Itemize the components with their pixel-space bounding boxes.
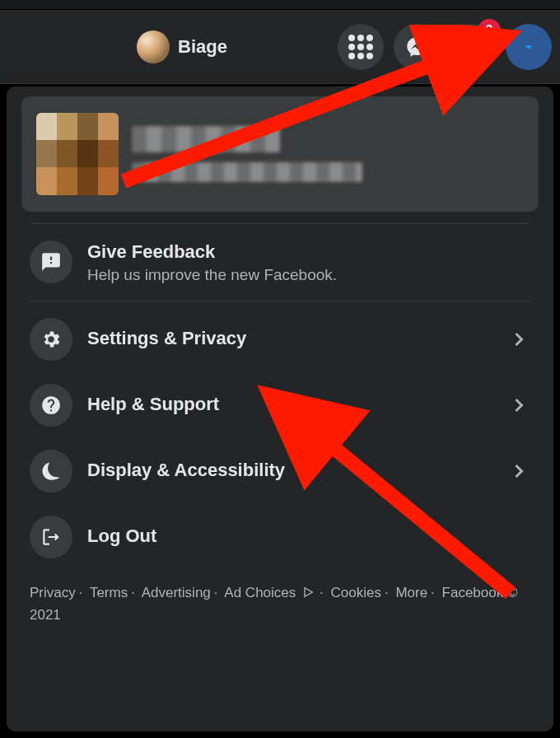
profile-info-redacted <box>132 126 524 182</box>
chevron-right-icon <box>507 460 530 483</box>
settings-label: Settings & Privacy <box>87 327 492 351</box>
footer-terms[interactable]: Terms <box>90 585 128 600</box>
moon-icon <box>30 450 72 493</box>
footer-more[interactable]: More <box>395 585 427 600</box>
profile-pill[interactable]: Biage <box>132 26 237 68</box>
window-chrome <box>0 0 560 10</box>
account-dropdown-button[interactable] <box>506 24 552 70</box>
messenger-icon <box>405 35 428 58</box>
question-icon <box>30 384 72 427</box>
feedback-subtitle: Help us improve the new Facebook. <box>87 266 530 284</box>
profile-name: Biage <box>178 36 227 58</box>
help-label: Help & Support <box>87 393 492 417</box>
settings-privacy-item[interactable]: Settings & Privacy <box>7 306 553 372</box>
avatar-large <box>36 113 119 195</box>
display-label: Display & Accessibility <box>87 459 492 483</box>
feedback-title: Give Feedback <box>87 241 530 264</box>
feedback-icon <box>30 241 72 283</box>
chevron-right-icon <box>507 394 530 417</box>
divider <box>30 223 530 224</box>
notifications-badge: 3 <box>478 19 501 42</box>
messenger-button[interactable] <box>394 24 440 70</box>
footer-cookies[interactable]: Cookies <box>330 585 380 600</box>
help-support-item[interactable]: Help & Support <box>7 372 553 438</box>
feedback-text: Give Feedback Help us improve the new Fa… <box>87 241 530 284</box>
footer-advertising[interactable]: Advertising <box>142 585 211 600</box>
menu-grid-button[interactable] <box>338 24 384 70</box>
ad-choices-icon <box>301 586 315 599</box>
log-out-item[interactable]: Log Out <box>7 504 553 570</box>
divider <box>30 301 530 301</box>
gear-icon <box>30 318 72 361</box>
profile-card[interactable] <box>21 96 539 212</box>
avatar <box>137 30 170 63</box>
give-feedback-item[interactable]: Give Feedback Help us improve the new Fa… <box>7 229 553 296</box>
grid-icon <box>348 35 373 59</box>
chevron-right-icon <box>507 328 530 351</box>
notifications-button[interactable]: 3 <box>450 24 496 70</box>
account-dropdown-menu: Give Feedback Help us improve the new Fa… <box>7 86 553 731</box>
logout-label: Log Out <box>87 525 530 549</box>
caret-down-icon <box>520 38 538 56</box>
top-navigation-bar: Biage 3 <box>0 10 560 84</box>
logout-icon <box>30 516 72 558</box>
footer-privacy[interactable]: Privacy <box>30 585 76 600</box>
display-accessibility-item[interactable]: Display & Accessibility <box>7 438 553 504</box>
footer-ad-choices[interactable]: Ad Choices <box>224 585 296 600</box>
footer-links: Privacy· Terms· Advertising· Ad Choices … <box>7 570 553 638</box>
